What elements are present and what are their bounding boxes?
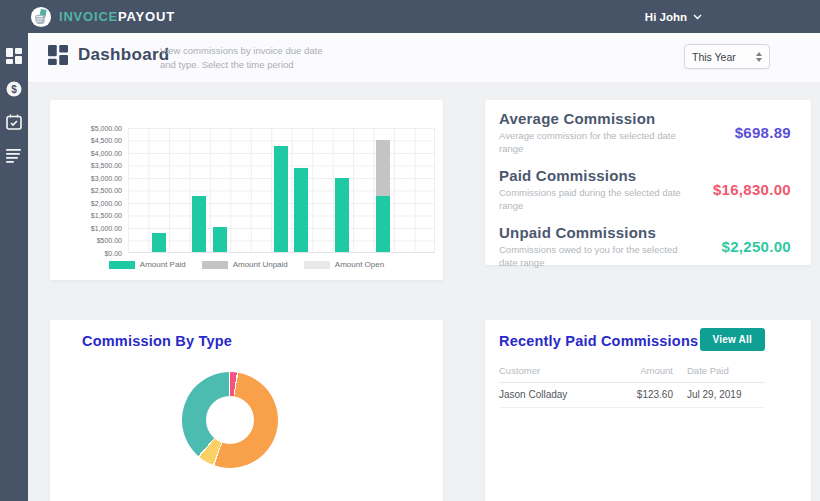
- dollar-circle-icon: $: [6, 81, 22, 97]
- sidebar-item-reports[interactable]: [6, 147, 22, 163]
- bar-slot: [373, 127, 393, 252]
- dashboard-grid-icon: [48, 45, 68, 65]
- bar-chart-plot[interactable]: [128, 128, 435, 253]
- brand-logo[interactable]: INVOICEPAYOUT: [30, 6, 175, 28]
- chevron-down-icon: [693, 14, 702, 20]
- stat-value: $698.89: [735, 124, 791, 141]
- cell-customer: Jason Colladay: [499, 383, 617, 408]
- y-axis-tick-label: $500.00: [50, 237, 122, 244]
- bar-segment[interactable]: [274, 146, 288, 252]
- y-axis-tick-label: $2,500.00: [50, 187, 122, 194]
- legend-label: Amount Open: [335, 260, 384, 269]
- app-screen: INVOICEPAYOUT Hi John $: [0, 0, 820, 501]
- legend-item[interactable]: Amount Unpaid: [202, 260, 288, 269]
- recently-paid-title: Recently Paid Commissions: [499, 333, 698, 349]
- recently-paid-card: Recently Paid Commissions View All Custo…: [485, 320, 811, 501]
- period-select[interactable]: This Year: [684, 44, 770, 69]
- stat-average-commission: Average Commission Average commission fo…: [485, 100, 811, 157]
- stat-description: Average commission for the selected date…: [499, 129, 694, 155]
- stat-title: Paid Commissions: [499, 167, 713, 184]
- legend-item[interactable]: Amount Paid: [109, 260, 186, 269]
- y-axis-tick-label: $3,000.00: [50, 175, 122, 182]
- bar-segment[interactable]: [192, 196, 206, 252]
- stat-title: Average Commission: [499, 110, 735, 127]
- bar-segment[interactable]: [335, 178, 349, 253]
- y-axis-tick-label: $4,000.00: [50, 150, 122, 157]
- bar-chart-y-axis: $5,000.00$4,500.00$4,000.00$3,500.00$3,0…: [50, 128, 122, 253]
- svg-text:$: $: [11, 84, 17, 95]
- y-axis-tick-label: $0.00: [50, 250, 122, 257]
- y-axis-tick-label: $2,000.00: [50, 200, 122, 207]
- invoice-payout-logo-icon: [30, 6, 52, 28]
- sidebar-nav: $: [0, 33, 28, 501]
- cell-date-paid: Jul 29, 2019: [687, 383, 765, 408]
- bar-slot: [250, 127, 270, 252]
- recently-paid-table-body: Jason Colladay$123.60Jul 29, 2019: [499, 383, 765, 408]
- y-axis-tick-label: $5,000.00: [50, 125, 122, 132]
- legend-swatch: [304, 261, 330, 269]
- stat-value: $2,250.00: [722, 238, 791, 255]
- view-all-button[interactable]: View All: [700, 328, 765, 351]
- stat-description: Commissions owed to you for the selected…: [499, 243, 694, 269]
- bar-segment[interactable]: [152, 233, 166, 252]
- calendar-check-icon: [6, 114, 22, 130]
- brand-payout: PAYOUT: [118, 9, 175, 24]
- bar-slot: [169, 127, 189, 252]
- bar-slot: [414, 127, 434, 252]
- legend-label: Amount Paid: [140, 260, 186, 269]
- bar-segment[interactable]: [376, 196, 390, 252]
- sidebar-item-invoices[interactable]: [6, 114, 22, 130]
- bar-slot: [393, 127, 413, 252]
- page-title: Dashboard: [78, 45, 170, 65]
- bar-slot: [189, 127, 209, 252]
- select-arrows-icon: [756, 52, 762, 62]
- brand-invoice: INVOICE: [59, 9, 118, 24]
- commission-by-type-card: Commission By Type: [50, 320, 443, 501]
- user-greeting: Hi John: [645, 11, 687, 23]
- bar-slot: [312, 127, 332, 252]
- bar-slot: [230, 127, 250, 252]
- column-header-date-paid: Date Paid: [687, 360, 765, 383]
- lines-icon: [6, 147, 22, 163]
- y-axis-tick-label: $3,500.00: [50, 162, 122, 169]
- legend-swatch: [202, 261, 228, 269]
- stat-paid-commissions: Paid Commissions Commissions paid during…: [485, 157, 811, 214]
- legend-swatch: [109, 261, 135, 269]
- y-axis-tick-label: $1,500.00: [50, 212, 122, 219]
- stat-value: $16,830.00: [713, 181, 791, 198]
- commission-type-donut-chart[interactable]: [182, 372, 278, 468]
- bar-slot: [291, 127, 311, 252]
- bar-slot: [352, 127, 372, 252]
- recently-paid-table: Customer Amount Date Paid Jason Colladay…: [499, 360, 765, 408]
- legend-item[interactable]: Amount Open: [304, 260, 384, 269]
- page-header: Dashboard View commissions by invoice du…: [28, 33, 820, 83]
- stat-description: Commissions paid during the selected dat…: [499, 186, 694, 212]
- brand-text: INVOICEPAYOUT: [59, 9, 175, 24]
- page-description: View commissions by invoice due date and…: [160, 44, 322, 72]
- top-navbar: INVOICEPAYOUT Hi John: [0, 0, 820, 33]
- table-row: Jason Colladay$123.60Jul 29, 2019: [499, 383, 765, 408]
- stat-unpaid-commissions: Unpaid Commissions Commissions owed to y…: [485, 214, 811, 271]
- sidebar-item-commissions[interactable]: $: [6, 81, 22, 97]
- bar-segment[interactable]: [376, 140, 390, 196]
- bar-slot: [210, 127, 230, 252]
- user-menu[interactable]: Hi John: [645, 0, 702, 33]
- cell-amount: $123.60: [617, 383, 687, 408]
- bar-slot: [148, 127, 168, 252]
- bar-slot: [128, 127, 148, 252]
- bar-slot: [332, 127, 352, 252]
- y-axis-tick-label: $4,500.00: [50, 137, 122, 144]
- stat-title: Unpaid Commissions: [499, 224, 722, 241]
- bar-slot: [271, 127, 291, 252]
- bar-chart-legend: Amount PaidAmount UnpaidAmount Open: [50, 260, 443, 269]
- period-select-value: This Year: [692, 51, 756, 63]
- sidebar-item-dashboard[interactable]: [6, 48, 22, 64]
- commissions-bar-chart-card: $5,000.00$4,500.00$4,000.00$3,500.00$3,0…: [50, 100, 443, 280]
- legend-label: Amount Unpaid: [233, 260, 288, 269]
- column-header-customer: Customer: [499, 360, 617, 383]
- grid-icon: [6, 48, 22, 64]
- column-header-amount: Amount: [617, 360, 687, 383]
- bar-segment[interactable]: [294, 168, 308, 252]
- y-axis-tick-label: $1,000.00: [50, 225, 122, 232]
- bar-segment[interactable]: [213, 227, 227, 252]
